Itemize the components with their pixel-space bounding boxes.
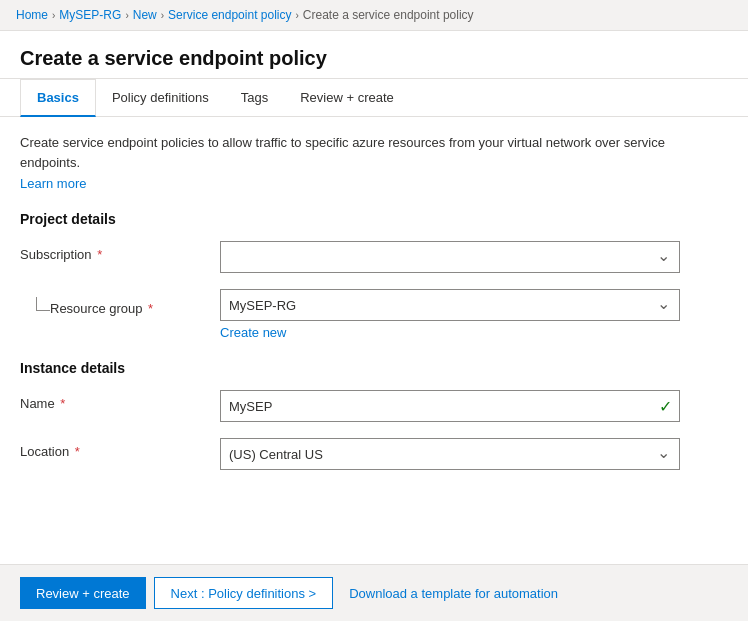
resource-group-control: MySEP-RG Create new: [220, 289, 728, 340]
create-new-link[interactable]: Create new: [220, 325, 728, 340]
name-row: Name * ✓: [20, 390, 728, 422]
resource-group-select[interactable]: MySEP-RG: [220, 289, 680, 321]
description-text: Create service endpoint policies to allo…: [20, 133, 728, 172]
subscription-required: *: [94, 247, 103, 262]
footer-bar: Review + create Next : Policy definition…: [0, 564, 748, 621]
tab-basics[interactable]: Basics: [20, 79, 96, 117]
breadcrumb-current: Create a service endpoint policy: [303, 8, 474, 22]
breadcrumb-rg[interactable]: MySEP-RG: [59, 8, 121, 22]
download-template-link[interactable]: Download a template for automation: [349, 586, 558, 601]
tab-policy-definitions[interactable]: Policy definitions: [96, 79, 225, 117]
location-control: (US) Central US: [220, 438, 728, 470]
tab-review-create[interactable]: Review + create: [284, 79, 410, 117]
breadcrumb-sep-2: ›: [125, 10, 128, 21]
breadcrumb: Home › MySEP-RG › New › Service endpoint…: [0, 0, 748, 31]
location-select-wrapper: (US) Central US: [220, 438, 680, 470]
breadcrumb-home[interactable]: Home: [16, 8, 48, 22]
tree-line-inner: [36, 297, 50, 311]
tree-line: [20, 289, 50, 311]
name-label: Name *: [20, 390, 220, 411]
breadcrumb-new[interactable]: New: [133, 8, 157, 22]
resource-group-label: Resource group *: [50, 295, 220, 316]
resource-group-row: Resource group * MySEP-RG Create new: [20, 289, 728, 340]
breadcrumb-sep-4: ›: [295, 10, 298, 21]
resource-group-label-wrap: Resource group *: [50, 289, 220, 316]
breadcrumb-sep[interactable]: Service endpoint policy: [168, 8, 291, 22]
resource-group-select-wrapper: MySEP-RG: [220, 289, 680, 321]
location-select[interactable]: (US) Central US: [220, 438, 680, 470]
page-title: Create a service endpoint policy: [0, 31, 748, 79]
review-create-button[interactable]: Review + create: [20, 577, 146, 609]
location-label: Location *: [20, 438, 220, 459]
next-button[interactable]: Next : Policy definitions >: [154, 577, 334, 609]
name-input[interactable]: [220, 390, 680, 422]
breadcrumb-sep-1: ›: [52, 10, 55, 21]
tabs-bar: Basics Policy definitions Tags Review + …: [0, 79, 748, 117]
content-area: Create service endpoint policies to allo…: [0, 117, 748, 548]
name-checkmark: ✓: [659, 397, 672, 416]
project-details-title: Project details: [20, 211, 728, 227]
subscription-control: [220, 241, 728, 273]
tab-tags[interactable]: Tags: [225, 79, 284, 117]
instance-details-title: Instance details: [20, 360, 728, 376]
subscription-select-wrapper: [220, 241, 680, 273]
breadcrumb-sep-3: ›: [161, 10, 164, 21]
subscription-select[interactable]: [220, 241, 680, 273]
name-input-wrapper: ✓: [220, 390, 680, 422]
location-row: Location * (US) Central US: [20, 438, 728, 470]
subscription-row: Subscription *: [20, 241, 728, 273]
subscription-label: Subscription *: [20, 241, 220, 262]
learn-more-link[interactable]: Learn more: [20, 176, 86, 191]
name-control: ✓: [220, 390, 728, 422]
